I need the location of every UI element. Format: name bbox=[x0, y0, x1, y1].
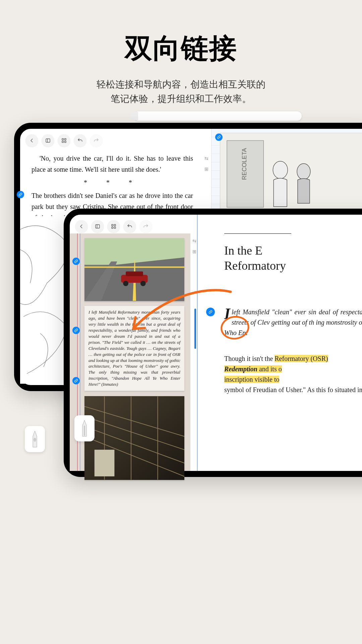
toolbar-2 bbox=[75, 220, 152, 233]
ipad-front: ⇆ ⊞ I left Mansfiel bbox=[64, 209, 362, 477]
redo-button[interactable] bbox=[139, 220, 152, 233]
svg-rect-22 bbox=[126, 271, 143, 276]
link-icon[interactable] bbox=[215, 133, 223, 141]
svg-point-10 bbox=[34, 438, 36, 442]
layout-icon[interactable]: ⊞ bbox=[204, 166, 208, 172]
toolbar-1 bbox=[25, 134, 103, 147]
apple-pencil bbox=[134, 111, 302, 121]
link-icon[interactable] bbox=[206, 308, 215, 316]
redo-button[interactable] bbox=[90, 134, 103, 147]
svg-point-9 bbox=[297, 164, 310, 180]
sidebar-toggle-button[interactable] bbox=[42, 134, 54, 147]
swap-icon[interactable]: ⇆ bbox=[204, 156, 208, 161]
chapter-rule bbox=[224, 233, 291, 234]
link-icon[interactable] bbox=[72, 258, 80, 265]
svg-rect-1 bbox=[62, 139, 64, 140]
svg-text:RECOLETA: RECOLETA bbox=[241, 148, 248, 180]
link-icon[interactable] bbox=[72, 377, 80, 384]
back-button[interactable] bbox=[75, 220, 88, 233]
svg-point-8 bbox=[273, 161, 288, 179]
svg-rect-13 bbox=[114, 224, 116, 226]
svg-rect-11 bbox=[96, 225, 100, 228]
back-button[interactable] bbox=[25, 134, 38, 147]
svg-rect-14 bbox=[112, 227, 113, 229]
pen-tool-widget[interactable] bbox=[74, 415, 95, 441]
page-subtitle: 轻松连接和导航内容，创造出相互关联的 笔记体验，提升组织和工作效率。 bbox=[0, 77, 362, 106]
svg-rect-2 bbox=[65, 139, 66, 140]
svg-rect-0 bbox=[46, 139, 50, 143]
svg-point-23 bbox=[123, 281, 128, 286]
grid-view-button[interactable] bbox=[58, 134, 70, 147]
undo-button[interactable] bbox=[74, 134, 86, 147]
split-scrollbar[interactable] bbox=[194, 309, 196, 349]
svg-rect-3 bbox=[62, 141, 64, 143]
page-title: 双向链接 bbox=[0, 30, 362, 67]
svg-point-24 bbox=[140, 281, 146, 286]
svg-rect-12 bbox=[112, 224, 113, 226]
note-text-card[interactable]: I left Mansfield Reformatory more than f… bbox=[84, 306, 184, 391]
pane-side-tools: ⇆ ⊞ bbox=[204, 156, 208, 172]
layout-icon[interactable]: ⊞ bbox=[192, 249, 196, 254]
svg-rect-4 bbox=[65, 141, 66, 143]
book-body-2: Though it isn't the Reformatory (OSR) Re… bbox=[224, 354, 362, 395]
undo-button[interactable] bbox=[123, 220, 136, 233]
image-card-prison[interactable] bbox=[84, 396, 184, 480]
sketch-illustration bbox=[20, 216, 70, 384]
grid-view-button[interactable] bbox=[107, 220, 120, 233]
image-card-highway[interactable] bbox=[84, 238, 184, 301]
chapter-title: In the EReformatory bbox=[224, 243, 362, 273]
swap-icon[interactable]: ⇆ bbox=[192, 238, 196, 244]
link-icon[interactable] bbox=[72, 327, 80, 334]
book-page: In the EReformatory I left Mansfield "cl… bbox=[197, 215, 362, 471]
svg-rect-15 bbox=[114, 227, 116, 229]
svg-rect-20 bbox=[84, 266, 184, 268]
link-icon[interactable] bbox=[17, 191, 24, 198]
pen-tool-widget[interactable] bbox=[25, 426, 45, 452]
recoleta-illustration: RECOLETA bbox=[220, 133, 362, 216]
pane-side-tools-2: ⇆ ⊞ bbox=[192, 238, 196, 254]
sidebar-toggle-button[interactable] bbox=[91, 220, 104, 233]
svg-rect-26 bbox=[95, 450, 115, 476]
